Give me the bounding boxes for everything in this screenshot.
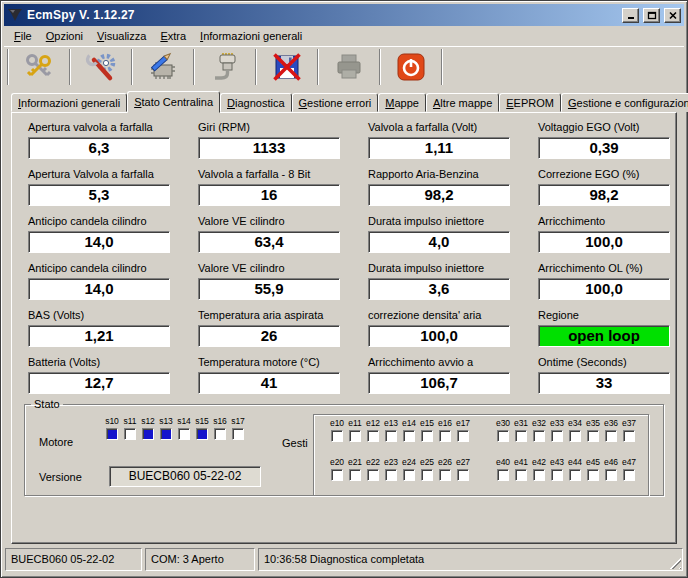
menu-extra[interactable]: Extra — [153, 28, 193, 44]
status-checkbox[interactable] — [569, 430, 581, 442]
status-checkbox[interactable] — [124, 428, 136, 440]
status-checkbox[interactable] — [497, 430, 509, 442]
status-checkbox[interactable] — [587, 469, 599, 481]
field-cell: Voltaggio EGO (Volt) 0,39 — [538, 121, 670, 159]
status-checkbox[interactable] — [605, 469, 617, 481]
field-cell: Batteria (Volts) 12,7 — [28, 356, 178, 394]
status-bit: e31 — [512, 418, 530, 442]
status-checkbox[interactable] — [551, 430, 563, 442]
field-label: correzione densita' aria — [368, 309, 518, 323]
status-checkbox[interactable] — [367, 430, 379, 442]
status-bit: e14 — [400, 418, 418, 442]
status-bit: e10 — [328, 418, 346, 442]
field-cell: Anticipo candela cilindro 14,0 — [28, 262, 178, 300]
stato-groupbox: Stato Motore s10s11s12s13s14s15s16s17 Ve… — [24, 398, 664, 496]
status-checkbox[interactable] — [421, 469, 433, 481]
status-checkbox[interactable] — [457, 430, 469, 442]
status-checkbox[interactable] — [142, 428, 154, 440]
minimize-button[interactable] — [622, 8, 639, 23]
status-checkbox[interactable] — [367, 469, 379, 481]
tab-eeprom[interactable]: EEPROM — [499, 93, 561, 112]
tab-strip: Informazioni generali Stato Centralina D… — [11, 90, 677, 112]
field-value: 6,3 — [28, 137, 170, 159]
checkbox-label: e16 — [438, 418, 452, 429]
tab-gestione-errori[interactable]: Gestione errori — [292, 93, 379, 112]
tab-altre-mappe[interactable]: Altre mappe — [426, 93, 499, 112]
menu-visualizza[interactable]: Visualizza — [90, 28, 153, 44]
status-checkbox[interactable] — [331, 430, 343, 442]
status-version: BUECB060 05-22-02 — [5, 548, 142, 571]
status-checkbox[interactable] — [421, 430, 433, 442]
status-checkbox[interactable] — [457, 469, 469, 481]
status-checkbox[interactable] — [605, 430, 617, 442]
status-bit: e46 — [602, 457, 620, 481]
status-bit: s15 — [193, 416, 211, 440]
status-checkbox[interactable] — [497, 469, 509, 481]
status-checkbox[interactable] — [569, 469, 581, 481]
menu-opzioni[interactable]: Opzioni — [39, 28, 90, 44]
status-checkbox[interactable] — [349, 430, 361, 442]
status-bit: e24 — [400, 457, 418, 481]
status-checkbox[interactable] — [515, 469, 527, 481]
maximize-button[interactable] — [643, 8, 660, 23]
menu-informazioni-generali[interactable]: Informazioni generali — [193, 28, 309, 44]
field-value: 63,4 — [198, 231, 340, 253]
errori-bits-e40: e40e41e42e43e44e45e46e47 — [494, 457, 638, 481]
status-checkbox[interactable] — [403, 430, 415, 442]
status-checkbox[interactable] — [587, 430, 599, 442]
tab-mappe[interactable]: Mappe — [378, 93, 426, 112]
checkbox-label: s12 — [141, 416, 155, 427]
status-checkbox[interactable] — [196, 428, 208, 440]
checkbox-label: s14 — [177, 416, 191, 427]
status-checkbox[interactable] — [349, 469, 361, 481]
exit-power-button[interactable] — [382, 48, 440, 86]
field-label: Apertura Valvola a farfalla — [28, 168, 178, 182]
status-checkbox[interactable] — [623, 430, 635, 442]
field-cell: Valore VE cilindro 55,9 — [198, 262, 348, 300]
status-bit: e36 — [602, 418, 620, 442]
checkbox-label: e15 — [420, 418, 434, 429]
print-button[interactable] — [320, 48, 378, 86]
connect-keys-button[interactable] — [10, 48, 68, 86]
status-bit: e41 — [512, 457, 530, 481]
checkbox-label: e31 — [514, 418, 528, 429]
status-checkbox[interactable] — [439, 469, 451, 481]
status-checkbox[interactable] — [551, 469, 563, 481]
status-checkbox[interactable] — [214, 428, 226, 440]
tab-gestione-e-configurazione[interactable]: Gestione e configurazione — [561, 93, 688, 112]
field-label: Voltaggio EGO (Volt) — [538, 121, 670, 135]
field-cell: Valore VE cilindro 63,4 — [198, 215, 348, 253]
field-label: Arricchimento avvio a — [368, 356, 518, 370]
checkbox-label: e45 — [586, 457, 600, 468]
status-checkbox[interactable] — [439, 430, 451, 442]
status-checkbox[interactable] — [331, 469, 343, 481]
tab-diagnostica[interactable]: Diagnostica — [220, 93, 292, 112]
status-checkbox[interactable] — [623, 469, 635, 481]
setup-tools-button[interactable] — [72, 48, 130, 86]
status-checkbox[interactable] — [385, 430, 397, 442]
status-checkbox[interactable] — [533, 469, 545, 481]
toolbar-separator — [7, 49, 9, 85]
status-checkbox[interactable] — [533, 430, 545, 442]
status-checkbox[interactable] — [106, 428, 118, 440]
status-checkbox[interactable] — [160, 428, 172, 440]
status-checkbox[interactable] — [232, 428, 244, 440]
status-bit: e17 — [454, 418, 472, 442]
resize-grip-icon[interactable] — [669, 557, 681, 569]
toolbar-separator — [69, 49, 71, 85]
status-checkbox[interactable] — [515, 430, 527, 442]
field-label: Rapporto Aria-Benzina — [368, 168, 518, 182]
menu-file[interactable]: File — [7, 28, 39, 44]
connector-button[interactable] — [196, 48, 254, 86]
chip-edit-button[interactable] — [134, 48, 192, 86]
close-button[interactable] — [664, 8, 681, 23]
status-checkbox[interactable] — [385, 469, 397, 481]
tab-informazioni-generali[interactable]: Informazioni generali — [11, 93, 127, 112]
field-label: Ontime (Seconds) — [538, 356, 670, 370]
save-button[interactable] — [258, 48, 316, 86]
checkbox-label: e30 — [496, 418, 510, 429]
tab-stato-centralina[interactable]: Stato Centralina — [127, 91, 220, 113]
status-checkbox[interactable] — [178, 428, 190, 440]
checkbox-label: e36 — [604, 418, 618, 429]
status-checkbox[interactable] — [403, 469, 415, 481]
